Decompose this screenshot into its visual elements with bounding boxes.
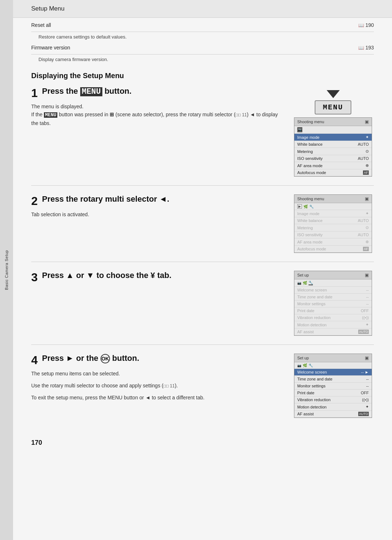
screen-tabs-row-2: ▶ 🌿 🔧 [294, 203, 372, 210]
step-2: 2 Press the rotary multi selector ◄. Tab… [31, 194, 374, 262]
camera-screen-2: Shooting menu ▣ ▶ 🌿 🔧 Image mode ✦ [294, 194, 372, 253]
book-icon-firmware: 📖 [358, 45, 364, 51]
screen-header-3: Set up ▣ [294, 271, 372, 279]
step-1-screen: Shooting menu ▣ 📷 Image mode ✦ [294, 117, 374, 177]
step-1-left: 1 Press the MENU button. The menu is dis… [31, 86, 285, 128]
screen-row-print-4: Print date OFF [294, 390, 372, 396]
reset-page: 📖 190 [358, 22, 374, 28]
screen-tabs-row-4: 📷 🌿 🔧 [294, 362, 372, 369]
screen-row-timezone-4: Time zone and date -- [294, 376, 372, 383]
camera-screen-3: Set up ▣ 📷 🌿 🔧 Welcome screen -- [294, 271, 372, 336]
screen-row-monitor-3: Monitor settings -- [294, 301, 372, 307]
step-2-right: Shooting menu ▣ ▶ 🌿 🔧 Image mode ✦ [294, 194, 374, 253]
screen-icon-1: ▣ [365, 119, 369, 124]
header-title: Setup Menu [31, 5, 65, 12]
screen-row-af-area-1: AF area mode ⊕ [294, 162, 372, 169]
screen-row-metering-2: Metering ⊙ [294, 224, 372, 231]
firmware-page: 📖 193 [358, 45, 374, 51]
step-3-number: 3 [31, 271, 38, 283]
step-1: 1 Press the MENU button. The menu is dis… [31, 86, 374, 186]
screen-row-af-area-2: AF area mode ⊕ [294, 238, 372, 246]
screen-tabs-row-3: 📷 🌿 🔧 [294, 279, 372, 287]
screen-header-4: Set up ▣ [294, 354, 372, 362]
step-2-left: 2 Press the rotary multi selector ◄. Tab… [31, 194, 285, 218]
screen-row-af-assist-4: AF assist AUTO [294, 411, 372, 418]
book-icon-reset: 📖 [358, 23, 364, 28]
step-3-left: 3 Press ▲ or ▼ to choose the ¥ tab. [31, 271, 285, 287]
screen-row-af-mode-2: Autofocus mode AF [294, 246, 372, 253]
reset-desc: Restore camera settings to default value… [31, 32, 374, 40]
step-3-title: 3 Press ▲ or ▼ to choose the ¥ tab. [31, 271, 285, 283]
step-2-title: 2 Press the rotary multi selector ◄. [31, 194, 285, 207]
step-4: 4 Press ► or the OK button. The setup me… [31, 354, 374, 427]
camera-screen-1: Shooting menu ▣ 📷 Image mode ✦ [294, 117, 372, 177]
screen-icon-4: ▣ [365, 355, 369, 360]
section-title: Displaying the Setup Menu [31, 72, 374, 80]
sidebar: Basic Camera Setup [0, 0, 13, 540]
step-1-right: MENU Shooting menu ▣ 📷 [294, 86, 374, 177]
screen-row-timezone-3: Time zone and date -- [294, 294, 372, 301]
screen-row-white-balance-2: White balance AUTO [294, 217, 372, 224]
screen-row-image-mode: Image mode ✦ [294, 134, 372, 141]
menu-items-list: Reset all 📖 190 Restore camera settings … [31, 18, 374, 63]
tab-wrench-2: 🔧 [309, 205, 314, 209]
screen-row-white-balance-1: White balance AUTO [294, 141, 372, 148]
step-1-number: 1 [31, 87, 38, 99]
menu-btn-box: MENU [315, 100, 351, 114]
step-4-title: 4 Press ► or the OK button. [31, 354, 285, 366]
screen-row-metering-1: Metering ⊙ [294, 148, 372, 155]
screen-row-vibration-3: Vibration reduction ((•)) [294, 314, 372, 321]
firmware-label: Firmware version [31, 45, 70, 51]
screen-icon-3: ▣ [365, 273, 369, 278]
firmware-desc: Display camera firmware version. [31, 55, 374, 63]
page-number: 170 [31, 435, 374, 447]
main-content: Setup Menu Reset all 📖 190 Restore camer… [13, 0, 392, 540]
tab-tree-2: 🌿 [303, 205, 308, 209]
ok-button-icon: OK [101, 354, 110, 363]
screen-title-4: Set up [297, 356, 309, 360]
screen-row-monitor-4: Monitor settings -- [294, 383, 372, 390]
tab-wrench-active-4: 🔧 [309, 363, 313, 367]
tab-camera-icon: 📷 [297, 127, 302, 132]
screen-row-image-mode-2: Image mode ✦ [294, 210, 372, 217]
step-3-right: Set up ▣ 📷 🌿 🔧 Welcome screen -- [294, 271, 374, 336]
screen-row-motion-4: Motion detection ✦ [294, 403, 372, 411]
step-4-left: 4 Press ► or the OK button. The setup me… [31, 354, 285, 406]
reset-label: Reset all [31, 22, 51, 28]
screen-row-print-3: Print date OFF [294, 307, 372, 314]
screen-row-af-assist-3: AF assist AUTO [294, 329, 372, 335]
step-1-body: The menu is displayed. If the MENU butto… [31, 102, 285, 128]
screen-row-motion-3: Motion detection ✦ [294, 321, 372, 329]
screen-title-3: Set up [297, 273, 309, 277]
step-2-body: Tab selection is activated. [31, 210, 285, 218]
step-1-title: 1 Press the MENU button. [31, 86, 285, 99]
header-section: Setup Menu [13, 0, 392, 18]
screen-title-1: Shooting menu [297, 120, 324, 124]
screen-header-2: Shooting menu ▣ [294, 195, 372, 203]
menu-row-firmware: Firmware version 📖 193 [31, 40, 374, 55]
step-2-number: 2 [31, 195, 38, 207]
tab-active-wrench: 🔧 [309, 281, 313, 285]
sidebar-label: Basic Camera Setup [4, 250, 9, 290]
tab-indicator-2: ▶ [297, 204, 302, 209]
screen-tabs-row-1: 📷 [294, 126, 372, 134]
screen-title-2: Shooting menu [297, 197, 324, 201]
step-1-menu-label: MENU [80, 87, 102, 96]
screen-row-welcome-3: Welcome screen -- [294, 287, 372, 294]
menu-row-reset: Reset all 📖 190 [31, 18, 374, 32]
screen-icon-2: ▣ [365, 196, 369, 201]
page: Basic Camera Setup Setup Menu Reset all … [0, 0, 392, 540]
step-4-body: The setup menu items can be selected. Us… [31, 370, 285, 402]
step-3: 3 Press ▲ or ▼ to choose the ¥ tab. Set … [31, 271, 374, 345]
screen-row-iso-2: ISO sensitivity AUTO [294, 231, 372, 238]
arrow-down-icon [327, 90, 340, 98]
step-4-right: Set up ▣ 📷 🌿 🔧 Welcome screen -- ► [294, 354, 374, 418]
screen-row-vibration-4: Vibration reduction ((•)) [294, 396, 372, 403]
camera-screen-4: Set up ▣ 📷 🌿 🔧 Welcome screen -- ► [294, 354, 372, 418]
step-4-number: 4 [31, 354, 38, 366]
menu-button-container: MENU [294, 86, 372, 114]
screen-header-1: Shooting menu ▣ [294, 118, 372, 126]
screen-row-af-mode-1: Autofocus mode AF [294, 169, 372, 176]
screen-row-welcome-4: Welcome screen -- ► [294, 369, 372, 376]
screen-row-iso-1: ISO sensitivity AUTO [294, 155, 372, 162]
